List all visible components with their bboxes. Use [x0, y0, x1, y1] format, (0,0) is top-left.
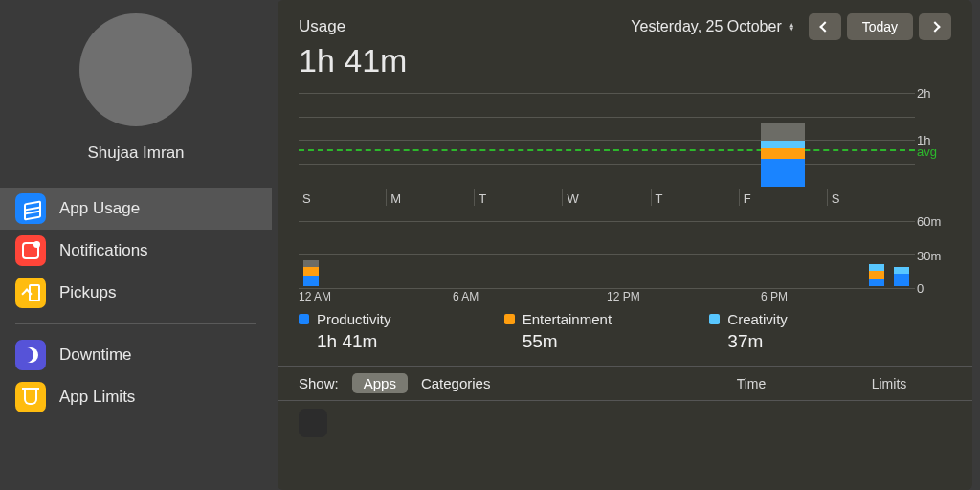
date-nav: Yesterday, 25 October ▲▼ Today [631, 13, 951, 40]
column-limits: Limits [827, 376, 951, 391]
swatch-creativity [709, 314, 720, 324]
swatch-productivity [299, 314, 309, 324]
total-usage-time: 1h 41m [299, 42, 951, 79]
bar-11pm[interactable] [894, 267, 909, 286]
app-icon [299, 409, 327, 437]
app-row[interactable] [299, 401, 951, 445]
next-day-button[interactable] [919, 13, 951, 40]
usage-panel: Usage Yesterday, 25 October ▲▼ Today 1h … [278, 0, 972, 490]
sidebar-nav: App Usage Notifications Pickups Downtime… [0, 188, 272, 418]
column-time: Time [689, 376, 813, 391]
date-nav-buttons: Today [809, 13, 951, 40]
screen-time-window: Shujaa Imran App Usage Notifications Pic… [0, 0, 980, 490]
app-usage-icon [15, 193, 46, 224]
legend-creativity: Creativity 37m [709, 311, 915, 352]
panel-header: Usage Yesterday, 25 October ▲▼ Today [299, 13, 951, 40]
main: Usage Yesterday, 25 October ▲▼ Today 1h … [272, 0, 980, 490]
ytick: 0 [917, 281, 949, 296]
ytick: 30m [917, 249, 949, 263]
sidebar-item-label: App Usage [59, 199, 140, 218]
sidebar: Shujaa Imran App Usage Notifications Pic… [0, 0, 272, 490]
hourly-bars [299, 234, 915, 286]
panel-title: Usage [299, 17, 345, 36]
weekly-chart: 2h 1h avg [299, 93, 915, 206]
app-limits-icon [15, 382, 46, 412]
sidebar-item-downtime[interactable]: Downtime [0, 334, 272, 376]
sidebar-item-app-usage[interactable]: App Usage [0, 188, 272, 230]
bar-friday[interactable] [761, 122, 805, 187]
pickups-icon [15, 278, 46, 308]
sidebar-item-label: Notifications [59, 241, 148, 260]
weekly-x-labels: S M T W T F S [299, 189, 915, 206]
weekly-bars [299, 108, 915, 187]
legend-productivity: Productivity 1h 41m [299, 311, 504, 352]
date-picker[interactable]: Yesterday, 25 October ▲▼ [631, 18, 794, 35]
chevron-right-icon [929, 21, 940, 32]
ytick: 2h [917, 86, 949, 100]
sidebar-item-label: Downtime [59, 345, 132, 365]
username: Shujaa Imran [0, 144, 272, 163]
show-filter-row: Show: Apps Categories Time Limits [278, 366, 972, 401]
prev-day-button[interactable] [809, 13, 841, 40]
sidebar-item-label: Pickups [59, 283, 117, 302]
hourly-chart: 60m 30m 0 [299, 221, 915, 303]
chevron-left-icon [819, 21, 830, 32]
legend-entertainment: Entertainment 55m [504, 311, 710, 352]
sidebar-item-app-limits[interactable]: App Limits [0, 376, 272, 418]
show-label: Show: [299, 375, 339, 391]
segment-apps[interactable]: Apps [352, 373, 408, 393]
date-text: Yesterday, 25 October [631, 18, 781, 35]
today-button[interactable]: Today [847, 13, 913, 40]
avatar[interactable] [79, 13, 192, 126]
sidebar-item-pickups[interactable]: Pickups [0, 272, 272, 314]
ytick: 60m [917, 214, 949, 229]
stepper-icon: ▲▼ [788, 22, 795, 32]
category-legend: Productivity 1h 41m Entertainment 55m Cr… [299, 311, 915, 352]
sidebar-item-label: App Limits [59, 388, 135, 407]
bar-10pm[interactable] [869, 264, 884, 286]
downtime-icon [15, 340, 46, 370]
segment-categories[interactable]: Categories [421, 375, 491, 391]
hourly-x-labels: 12 AM 6 AM 12 PM 6 PM [299, 288, 915, 303]
notifications-icon [15, 235, 46, 266]
avg-label: avg [917, 145, 949, 159]
bar-12am[interactable] [303, 260, 319, 286]
swatch-entertainment [504, 314, 515, 324]
sidebar-item-notifications[interactable]: Notifications [0, 230, 272, 272]
sidebar-divider [15, 323, 256, 324]
